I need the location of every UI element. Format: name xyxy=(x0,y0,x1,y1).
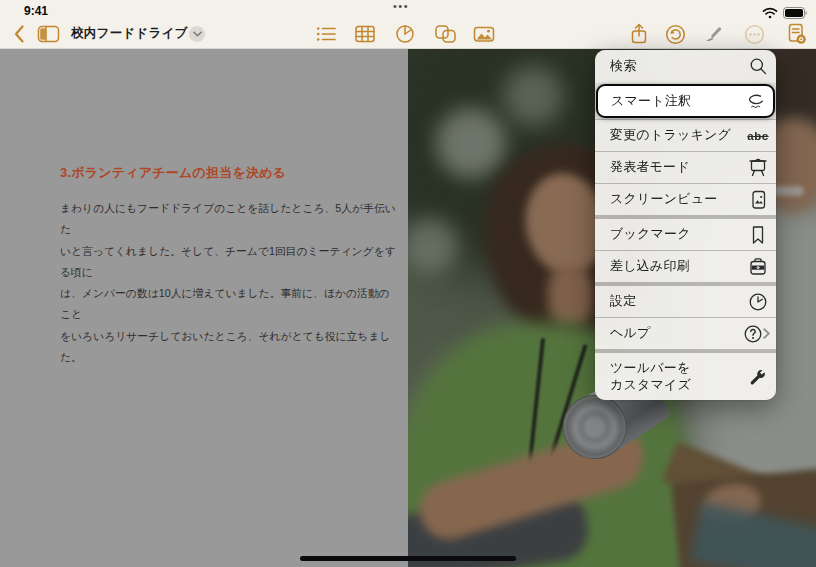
settings-icon xyxy=(740,292,776,312)
menu-item-help[interactable]: ヘルプ xyxy=(595,318,776,349)
share-icon[interactable] xyxy=(626,21,652,47)
customize-toolbar-icon xyxy=(740,367,776,387)
chart-icon[interactable] xyxy=(392,21,418,47)
multitasking-dots[interactable]: ••• xyxy=(393,0,409,12)
document-title[interactable]: 校内フードドライブ xyxy=(71,25,188,42)
body-line: まわりの人にもフードドライブのことを話したところ、5人が手伝いた xyxy=(60,198,396,241)
table-icon[interactable] xyxy=(352,21,378,47)
menu-item-search[interactable]: 検索 xyxy=(595,50,776,83)
mail-merge-icon xyxy=(740,257,776,276)
document-settings-icon[interactable] xyxy=(783,21,809,47)
body-line: をいろいろリサーチしておいたところ、それがとても役に立ちました。 xyxy=(60,326,396,369)
smart-annotation-icon xyxy=(737,93,773,110)
screen-view-icon xyxy=(740,190,776,210)
document-page[interactable]: 3.ボランティアチームの担当を決める まわりの人にもフードドライブのことを話した… xyxy=(0,48,408,567)
sidebar-toggle-button[interactable] xyxy=(35,21,61,47)
more-menu-popover: 検索 スマート注釈 変更のトラッキング abc 発表者モード xyxy=(595,50,776,400)
menu-item-settings[interactable]: 設定 xyxy=(595,286,776,317)
menu-item-screen-view[interactable]: スクリーンビュー xyxy=(595,184,776,215)
menu-item-customize-toolbar[interactable]: ツールバーを カスタマイズ xyxy=(595,353,776,400)
status-time: 9:41 xyxy=(24,4,48,18)
body-line: いと言ってくれました。そして、チームで1回目のミーティングをする頃に xyxy=(60,241,396,284)
undo-icon[interactable] xyxy=(662,21,688,47)
menu-item-smart-annotation[interactable]: スマート注釈 xyxy=(596,84,775,118)
track-changes-icon: abc xyxy=(740,130,776,142)
bookmark-icon xyxy=(740,225,776,245)
app-header: 9:41 ••• 校内フードドライブ xyxy=(0,0,816,49)
search-icon xyxy=(740,57,776,76)
submenu-chevron-right-icon xyxy=(763,328,770,339)
media-icon[interactable] xyxy=(471,21,497,47)
section-heading: 3.ボランティアチームの担当を決める xyxy=(60,164,286,182)
presenter-mode-icon xyxy=(740,158,776,177)
body-paragraph: まわりの人にもフードドライブのことを話したところ、5人が手伝いた いと言ってくれ… xyxy=(60,198,396,368)
home-indicator[interactable] xyxy=(300,556,516,561)
more-icon[interactable] xyxy=(741,21,767,47)
menu-item-presenter-mode[interactable]: 発表者モード xyxy=(595,152,776,183)
menu-item-track-changes[interactable]: 変更のトラッキング abc xyxy=(595,120,776,151)
menu-item-mail-merge[interactable]: 差し込み印刷 xyxy=(595,251,776,282)
list-icon[interactable] xyxy=(313,21,339,47)
body-line: は、メンバーの数は10人に増えていました。事前に、ほかの活動のこと xyxy=(60,283,396,326)
title-chevron-down-icon[interactable] xyxy=(189,26,205,42)
format-brush-icon[interactable] xyxy=(700,21,726,47)
shapes-icon[interactable] xyxy=(432,21,458,47)
back-button[interactable] xyxy=(6,21,32,47)
menu-item-bookmark[interactable]: ブックマーク xyxy=(595,219,776,250)
